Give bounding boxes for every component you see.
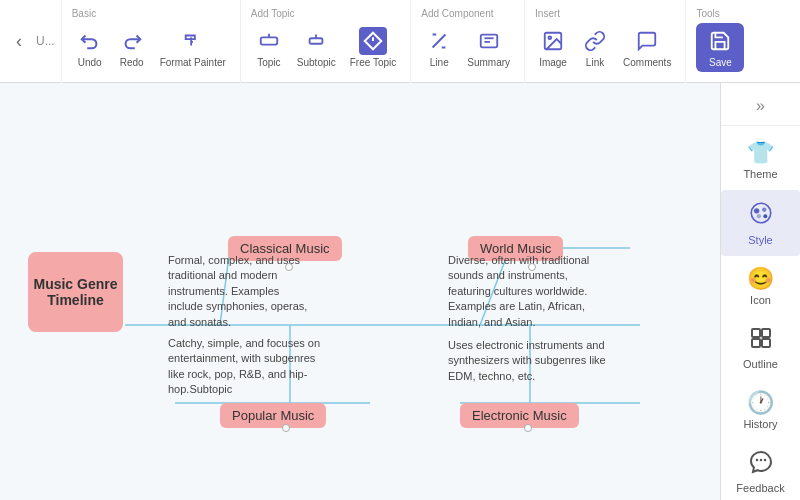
- icon-icon: 😊: [747, 266, 774, 292]
- undo-button[interactable]: Undo: [72, 23, 108, 72]
- subtopic-icon: [302, 27, 330, 55]
- feedback-icon: [749, 450, 773, 480]
- format-painter-label: Format Painter: [160, 57, 226, 68]
- sidebar-item-history[interactable]: 🕐 History: [721, 380, 800, 440]
- sidebar-item-icon[interactable]: 😊 Icon: [721, 256, 800, 316]
- summary-icon: [475, 27, 503, 55]
- free-topic-label: Free Topic: [350, 57, 397, 68]
- svg-rect-2: [310, 38, 323, 44]
- history-icon: 🕐: [747, 390, 774, 416]
- undo-label: Undo: [78, 57, 102, 68]
- link-icon: [581, 27, 609, 55]
- toolbar-section-basic: Basic Undo Redo Format Painter: [62, 0, 241, 83]
- redo-icon: [118, 27, 146, 55]
- icon-label: Icon: [750, 294, 771, 306]
- sidebar-item-style[interactable]: Style: [721, 190, 800, 256]
- back-button[interactable]: ‹: [8, 31, 30, 52]
- image-icon: [539, 27, 567, 55]
- topic-classical-dot: [285, 263, 293, 271]
- desc-popular: Catchy, simple, and focuses on entertain…: [168, 336, 328, 398]
- topic-label: Topic: [257, 57, 280, 68]
- line-label: Line: [430, 57, 449, 68]
- topic-popular-dot: [282, 424, 290, 432]
- toolbar-section-add-component: Add Component Line Summary: [411, 0, 525, 83]
- summary-button[interactable]: Summary: [463, 23, 514, 72]
- subtopic-label: Subtopic: [297, 57, 336, 68]
- free-topic-button[interactable]: Free Topic: [346, 23, 401, 72]
- insert-items: Image Link Comments: [535, 23, 675, 72]
- svg-point-23: [763, 214, 767, 218]
- canvas[interactable]: Music Genre Timeline Classical Music Wor…: [0, 83, 720, 500]
- toolbar-section-insert: Insert Image Link Comments: [525, 0, 686, 83]
- save-button[interactable]: Save: [696, 23, 744, 72]
- sidebar-item-outline[interactable]: Outline: [721, 316, 800, 380]
- add-component-items: Line Summary: [421, 23, 514, 72]
- svg-rect-26: [752, 339, 760, 347]
- right-sidebar: » 👕 Theme Style 😊 Icon Outline 🕐 History: [720, 83, 800, 500]
- history-label: History: [743, 418, 777, 430]
- desc-world-text: Diverse, often with traditional sounds a…: [448, 254, 589, 328]
- central-topic-label: Music Genre Timeline: [28, 276, 123, 308]
- feedback-label: Feedback: [736, 482, 784, 494]
- undo-icon: [76, 27, 104, 55]
- theme-icon: 👕: [747, 140, 774, 166]
- fishbone-diagram: Music Genre Timeline Classical Music Wor…: [0, 83, 720, 500]
- outline-icon: [749, 326, 773, 356]
- tools-items: Save: [696, 23, 744, 72]
- svg-point-21: [762, 208, 766, 212]
- topic-electronic-label: Electronic Music: [472, 408, 567, 423]
- style-label: Style: [748, 234, 772, 246]
- image-button[interactable]: Image: [535, 23, 571, 72]
- save-label: Save: [709, 57, 732, 68]
- central-topic[interactable]: Music Genre Timeline: [28, 252, 123, 332]
- desc-electronic: Uses electronic instruments and synthesi…: [448, 338, 608, 384]
- add-topic-items: Topic Subtopic Free Topic: [251, 23, 400, 72]
- insert-label: Insert: [535, 8, 560, 19]
- add-topic-label: Add Topic: [251, 8, 295, 19]
- add-component-label: Add Component: [421, 8, 493, 19]
- svg-rect-0: [261, 37, 278, 44]
- format-painter-button[interactable]: Format Painter: [156, 23, 230, 72]
- comments-icon: [633, 27, 661, 55]
- svg-point-22: [756, 214, 760, 218]
- redo-label: Redo: [120, 57, 144, 68]
- line-button[interactable]: Line: [421, 23, 457, 72]
- summary-label: Summary: [467, 57, 510, 68]
- svg-point-20: [753, 208, 758, 213]
- toolbar: ‹ U... Basic Undo Redo Format Painte: [0, 0, 800, 83]
- svg-rect-27: [762, 339, 770, 347]
- svg-rect-24: [752, 329, 760, 337]
- topic-icon: [255, 27, 283, 55]
- topic-popular-label: Popular Music: [232, 408, 314, 423]
- free-topic-icon: [359, 27, 387, 55]
- tools-label: Tools: [696, 8, 719, 19]
- topic-button[interactable]: Topic: [251, 23, 287, 72]
- style-icon: [748, 200, 774, 232]
- redo-button[interactable]: Redo: [114, 23, 150, 72]
- comments-label: Comments: [623, 57, 671, 68]
- sidebar-item-feedback[interactable]: Feedback: [721, 440, 800, 500]
- desc-electronic-text: Uses electronic instruments and synthesi…: [448, 339, 606, 382]
- basic-label: Basic: [72, 8, 96, 19]
- svg-point-19: [751, 203, 771, 223]
- svg-point-9: [548, 36, 551, 39]
- line-icon: [425, 27, 453, 55]
- subtopic-button[interactable]: Subtopic: [293, 23, 340, 72]
- svg-rect-25: [762, 329, 770, 337]
- desc-world: Diverse, often with traditional sounds a…: [448, 253, 603, 330]
- basic-items: Undo Redo Format Painter: [72, 23, 230, 72]
- comments-button[interactable]: Comments: [619, 23, 675, 72]
- main-area: Music Genre Timeline Classical Music Wor…: [0, 83, 800, 500]
- toolbar-section-add-topic: Add Topic Topic Subtopic Free Topic: [241, 0, 411, 83]
- theme-label: Theme: [743, 168, 777, 180]
- topic-electronic-dot: [524, 424, 532, 432]
- topic-world-dot: [528, 263, 536, 271]
- link-label: Link: [586, 57, 604, 68]
- sidebar-collapse-button[interactable]: »: [721, 91, 800, 126]
- topic-popular[interactable]: Popular Music: [220, 403, 326, 428]
- outline-label: Outline: [743, 358, 778, 370]
- sidebar-item-theme[interactable]: 👕 Theme: [721, 130, 800, 190]
- format-painter-icon: [179, 27, 207, 55]
- link-button[interactable]: Link: [577, 23, 613, 72]
- topic-electronic[interactable]: Electronic Music: [460, 403, 579, 428]
